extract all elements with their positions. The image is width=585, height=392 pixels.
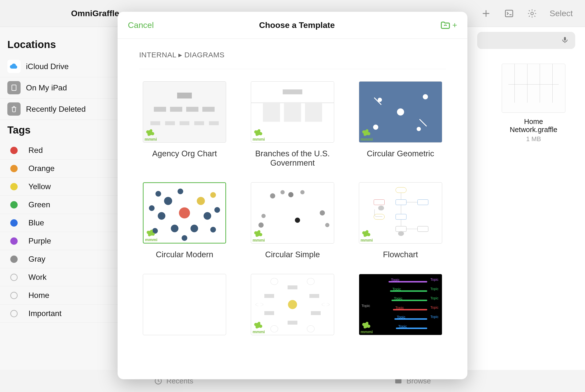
neon-topic-right-label: Topic bbox=[430, 278, 438, 282]
neon-topic-label: Topic bbox=[396, 306, 404, 310]
template-label: Circular Simple bbox=[265, 250, 320, 259]
breadcrumb[interactable]: INTERNAL ▸ DIAGRAMS bbox=[139, 46, 446, 69]
template-label: Branches of the U.S. Government bbox=[251, 149, 334, 168]
mmmi-badge-icon: mmmi bbox=[252, 229, 265, 242]
template-tile[interactable]: mmmiAgency Org Chart bbox=[139, 81, 230, 168]
svg-rect-8 bbox=[374, 214, 384, 220]
modal-overlay: Cancel Choose a Template + INTERNAL ▸ DI… bbox=[0, 0, 585, 392]
template-label: Flowchart bbox=[383, 250, 418, 259]
template-tile[interactable]: mmmiCircular Modern bbox=[139, 182, 230, 259]
template-thumbnail: mmmi bbox=[251, 182, 334, 244]
template-thumbnail: mmmi bbox=[251, 274, 334, 335]
mmmi-badge-icon: mmmi bbox=[145, 229, 157, 242]
template-tile[interactable] bbox=[139, 274, 230, 342]
svg-point-12 bbox=[378, 206, 384, 210]
svg-rect-7 bbox=[418, 200, 428, 205]
cancel-button[interactable]: Cancel bbox=[128, 20, 154, 30]
neon-topic-right-label: Topic bbox=[430, 315, 438, 319]
template-thumbnail: mmmi bbox=[251, 81, 334, 142]
neon-topic-right-label: Topic bbox=[430, 287, 438, 291]
neon-topic-label: Topic bbox=[398, 324, 407, 328]
template-thumbnail: mmmi bbox=[359, 182, 442, 244]
neon-topic-label: Topic bbox=[397, 315, 406, 319]
mmmi-badge-icon: mmmi bbox=[360, 128, 373, 141]
svg-rect-4 bbox=[396, 188, 406, 193]
template-chooser-modal: Cancel Choose a Template + INTERNAL ▸ DI… bbox=[118, 12, 468, 379]
template-thumbnail: mmmiTopicTopicTopicTopicTopicTopicTopicT… bbox=[359, 274, 442, 335]
neon-topic-right-label: Topic bbox=[430, 296, 438, 300]
template-tile[interactable]: mmmi Flowchart bbox=[355, 182, 446, 259]
svg-rect-6 bbox=[396, 200, 406, 205]
template-thumbnail: mmmi bbox=[143, 182, 226, 244]
svg-rect-9 bbox=[396, 214, 406, 220]
neon-topic-label: Topic bbox=[391, 278, 400, 282]
neon-topic-label: Topic bbox=[394, 296, 402, 300]
template-thumbnail: mmmi bbox=[359, 81, 442, 142]
template-tile[interactable]: mmmiCircular Geometric bbox=[355, 81, 446, 168]
mmmi-badge-icon: mmmi bbox=[252, 321, 265, 334]
mmmi-badge-icon: mmmi bbox=[144, 128, 157, 141]
neon-topic-label: Topic bbox=[392, 287, 401, 291]
svg-rect-10 bbox=[396, 226, 406, 232]
svg-rect-5 bbox=[374, 200, 384, 205]
mmmi-badge-icon: mmmi bbox=[360, 321, 373, 334]
modal-body: INTERNAL ▸ DIAGRAMS mmmiAgency Org Chart… bbox=[118, 39, 468, 379]
svg-rect-11 bbox=[418, 226, 428, 232]
neon-side-label: Topic bbox=[362, 304, 370, 308]
modal-title: Choose a Template bbox=[259, 20, 335, 30]
plus-icon: + bbox=[452, 20, 457, 30]
neon-topic-right-label: Topic bbox=[430, 306, 438, 310]
mmmi-badge-icon: mmmi bbox=[252, 128, 265, 141]
template-label: Circular Modern bbox=[156, 250, 213, 259]
new-folder-button[interactable]: + bbox=[440, 20, 457, 30]
svg-point-13 bbox=[398, 231, 404, 236]
mmmi-badge-icon: mmmi bbox=[360, 229, 373, 242]
modal-header: Cancel Choose a Template + bbox=[118, 12, 468, 39]
template-tile[interactable]: mmmiCircular Simple bbox=[247, 182, 338, 259]
template-tile[interactable]: mmmiTopicTopicTopicTopicTopicTopicTopicT… bbox=[355, 274, 446, 342]
template-label: Agency Org Chart bbox=[152, 149, 217, 158]
template-thumbnail: mmmi bbox=[143, 81, 226, 142]
template-tile[interactable]: mmmi bbox=[247, 274, 338, 342]
template-tile[interactable]: mmmiBranches of the U.S. Government bbox=[247, 81, 338, 168]
template-label: Circular Geometric bbox=[367, 149, 434, 158]
template-thumbnail bbox=[143, 274, 226, 335]
